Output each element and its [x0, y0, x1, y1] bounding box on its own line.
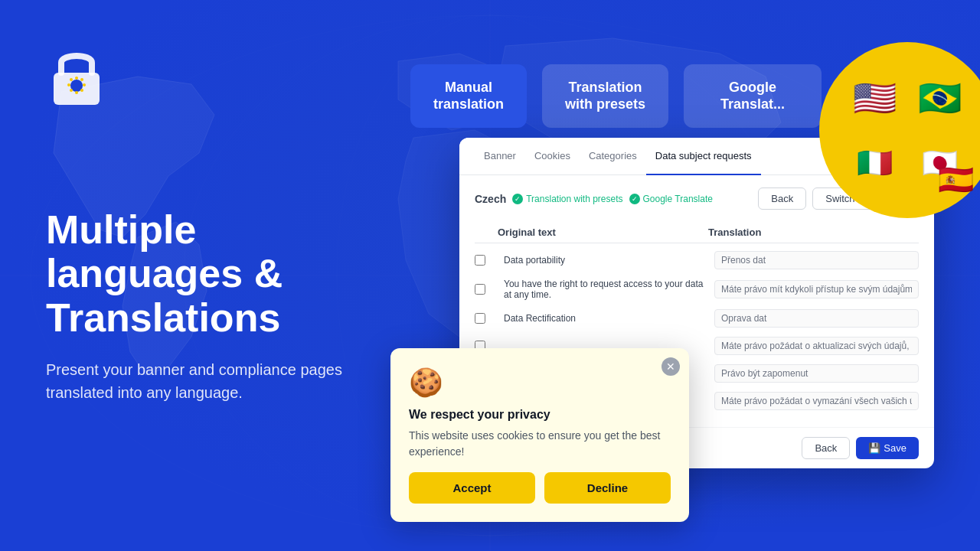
cookie-close-button[interactable]: ✕ [662, 357, 680, 376]
row2-original: You have the right to request access to … [504, 279, 708, 300]
row5-translation[interactable] [714, 364, 919, 383]
row3-checkbox[interactable] [475, 313, 485, 324]
col-translation-header: Translation [708, 227, 919, 238]
table-row: Data Rectification [475, 305, 919, 332]
language-label: Czech [475, 193, 506, 205]
cookie-text: This website uses cookies to ensure you … [409, 428, 671, 460]
back-button[interactable]: Back [758, 187, 806, 210]
table-row: You have the right to request access to … [475, 274, 919, 305]
cookie-buttons: Accept Decline [409, 472, 671, 504]
flag-es: 🇪🇸 [938, 163, 974, 197]
row6-translation[interactable] [714, 392, 919, 410]
row1-translation[interactable] [714, 251, 919, 269]
col-original-header: Original text [498, 227, 708, 238]
google-translate-button[interactable]: GoogleTranslat... [684, 64, 822, 128]
table-header: Original text Translation [475, 222, 919, 243]
translation-presets-button[interactable]: Translationwith presets [542, 64, 668, 128]
tab-banner[interactable]: Banner [475, 138, 525, 175]
headline-line3: Translations [46, 295, 280, 340]
cookie-popup: ✕ 🍪 We respect your privacy This website… [390, 348, 689, 522]
manual-translation-button[interactable]: Manualtranslation [410, 64, 527, 128]
flag-us: 🇺🇸 [853, 80, 897, 116]
tab-cookies[interactable]: Cookies [525, 138, 580, 175]
top-buttons-container: Manualtranslation Translationwith preset… [410, 64, 822, 128]
cookie-title: We respect your privacy [409, 408, 671, 422]
cookie-icon: 🍪 [409, 367, 671, 399]
accept-button[interactable]: Accept [409, 472, 535, 504]
decline-button[interactable]: Decline [544, 472, 671, 504]
left-panel: Multiple languages & Translations Presen… [46, 0, 383, 551]
tab-categories[interactable]: Categories [580, 138, 646, 175]
badge-google: Google Translate [629, 194, 713, 204]
row3-original: Data Rectification [504, 313, 708, 324]
tab-data-subject[interactable]: Data subject requests [646, 138, 761, 175]
row4-translation[interactable] [714, 337, 919, 355]
row3-translation[interactable] [714, 309, 919, 328]
footer-back-button[interactable]: Back [802, 437, 850, 459]
row1-original: Data portability [504, 255, 708, 266]
save-button[interactable]: 💾 Save [856, 437, 919, 459]
row2-translation[interactable] [714, 280, 919, 298]
flag-br: 🇧🇷 [918, 80, 962, 116]
row1-checkbox[interactable] [475, 255, 485, 266]
table-row: Data portability [475, 246, 919, 274]
flag-it: 🇮🇹 [857, 148, 893, 178]
headline: Multiple languages & Translations [46, 208, 383, 340]
badge-presets: Translation with presets [512, 194, 622, 204]
language-info: Czech Translation with presets Google Tr… [475, 193, 713, 205]
row2-checkbox[interactable] [475, 284, 485, 295]
headline-line2: languages & [46, 251, 283, 295]
headline-line1: Multiple [46, 207, 196, 252]
subtext: Present your banner and compliance pages… [46, 358, 352, 404]
